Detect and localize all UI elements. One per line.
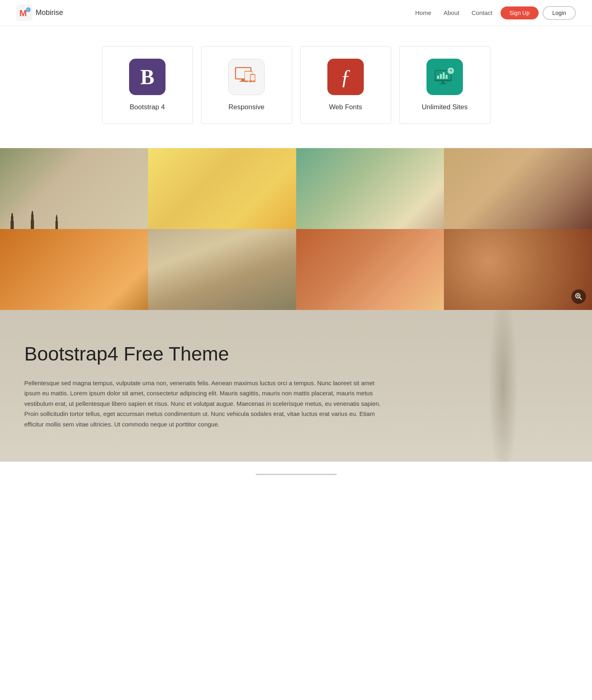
content-section: Bootstrap4 Free Theme Pellentesque sed m… — [0, 310, 592, 462]
content-title: Bootstrap4 Free Theme — [24, 342, 388, 366]
content-body: Pellentesque sed magna tempus, vulputate… — [24, 378, 388, 430]
login-button[interactable]: Login — [543, 6, 576, 20]
gallery-item-7 — [296, 229, 444, 310]
navbar: M Mobirise Home About Contact Sign Up Lo… — [0, 0, 592, 26]
unlimited-label: Unlimited Sites — [422, 103, 467, 111]
content-inner: Bootstrap4 Free Theme Pellentesque sed m… — [24, 342, 388, 429]
nav-about[interactable]: About — [443, 9, 459, 16]
gallery-row-2 — [0, 229, 592, 310]
svg-point-11 — [252, 81, 253, 82]
feature-card-webfonts: ƒ Web Fonts — [300, 46, 391, 124]
brand-link[interactable]: M Mobirise — [16, 5, 63, 21]
feature-card-bootstrap: B Bootstrap 4 — [102, 46, 193, 124]
svg-rect-16 — [443, 72, 445, 79]
gallery-section — [0, 148, 592, 310]
bottom-divider — [256, 474, 337, 475]
brand-logo: M — [16, 5, 32, 21]
nav-contact[interactable]: Contact — [471, 9, 492, 16]
svg-rect-21 — [442, 81, 444, 83]
gallery-item-6 — [148, 229, 296, 310]
svg-rect-14 — [437, 76, 439, 79]
responsive-label: Responsive — [229, 103, 265, 111]
svg-rect-10 — [251, 75, 255, 81]
bootstrap-icon: B — [129, 59, 166, 95]
responsive-icon — [228, 59, 265, 95]
svg-rect-22 — [439, 83, 447, 84]
svg-line-24 — [580, 298, 582, 300]
svg-rect-17 — [446, 75, 448, 79]
brand-name: Mobirise — [36, 8, 63, 17]
feature-card-unlimited: Unlimited Sites — [399, 46, 490, 124]
signup-button[interactable]: Sign Up — [501, 6, 539, 19]
zoom-button[interactable] — [571, 289, 586, 304]
gallery-item-5 — [0, 229, 148, 310]
svg-point-8 — [248, 81, 249, 82]
svg-text:M: M — [19, 8, 27, 18]
svg-rect-15 — [440, 74, 442, 79]
nav-menu: Home About Contact — [415, 9, 492, 17]
unlimited-icon — [426, 59, 463, 95]
gallery-item-2 — [148, 148, 296, 229]
gallery-item-4 — [444, 148, 592, 229]
feature-card-responsive: Responsive — [201, 46, 292, 124]
webfonts-icon: ƒ — [327, 59, 364, 95]
features-grid: B Bootstrap 4 — [102, 46, 490, 124]
nav-home[interactable]: Home — [415, 9, 431, 16]
svg-point-2 — [26, 7, 31, 12]
gallery-item-3 — [296, 148, 444, 229]
gallery-row-1 — [0, 148, 592, 229]
features-section: B Bootstrap 4 — [0, 26, 592, 148]
bootstrap-label: Bootstrap 4 — [130, 103, 165, 111]
gallery-item-8 — [444, 229, 592, 310]
webfonts-label: Web Fonts — [329, 103, 362, 111]
gallery-item-1 — [0, 148, 148, 229]
